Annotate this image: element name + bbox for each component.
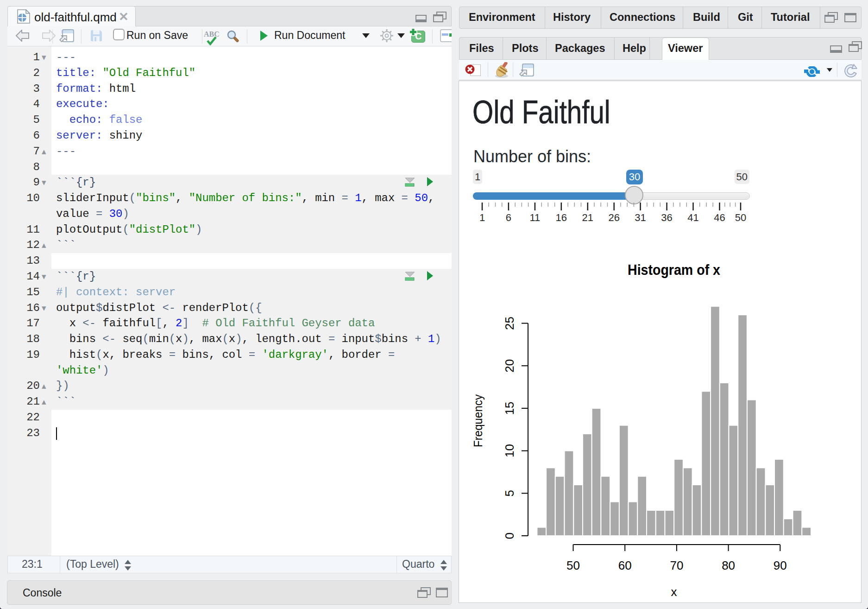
svg-text:46: 46 (714, 212, 725, 223)
svg-text:Frequency: Frequency (471, 394, 485, 447)
svg-text:11: 11 (529, 212, 540, 223)
svg-text:80: 80 (722, 558, 735, 572)
svg-text:31: 31 (635, 212, 646, 223)
svg-text:16: 16 (556, 212, 567, 223)
svg-text:Histogram of x: Histogram of x (628, 262, 720, 278)
svg-text:41: 41 (687, 212, 698, 223)
svg-text:25: 25 (503, 317, 516, 330)
svg-text:0: 0 (503, 533, 516, 539)
svg-text:36: 36 (661, 212, 672, 223)
svg-text:50: 50 (566, 558, 580, 572)
svg-text:21: 21 (582, 212, 593, 223)
svg-text:70: 70 (670, 558, 683, 572)
svg-text:15: 15 (503, 401, 516, 415)
svg-text:20: 20 (503, 359, 516, 373)
svg-text:10: 10 (503, 444, 516, 457)
svg-text:26: 26 (608, 212, 619, 223)
svg-text:6: 6 (506, 212, 511, 223)
svg-text:60: 60 (618, 558, 632, 572)
svg-text:90: 90 (774, 558, 787, 572)
svg-text:x: x (671, 585, 677, 599)
svg-text:1: 1 (479, 212, 485, 223)
svg-text:50: 50 (735, 212, 746, 223)
svg-text:5: 5 (503, 490, 516, 496)
